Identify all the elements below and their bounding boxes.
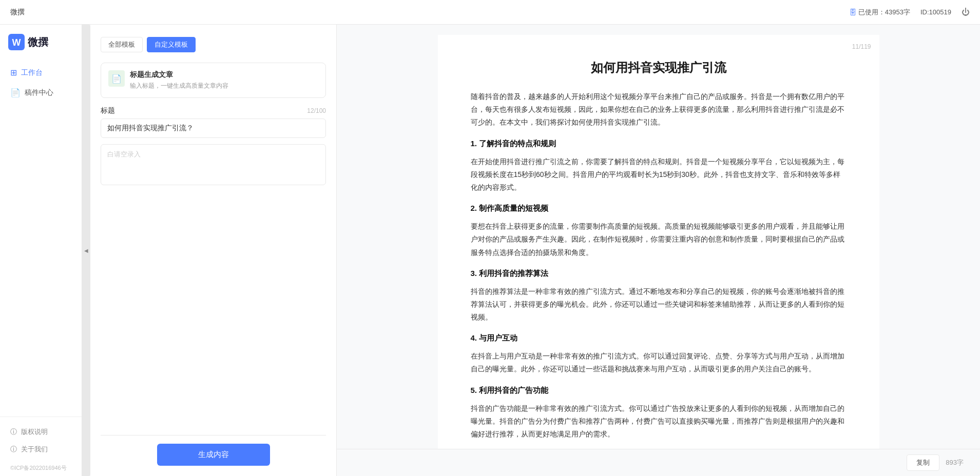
page-count: 11/119 (852, 43, 871, 50)
main-layout: W 微撰 ⊞ 工作台 📄 稿件中心 ⓘ 版权说明 (0, 25, 980, 476)
template-info: 标题生成文章 输入标题，一键生成高质量文章内容 (130, 70, 318, 90)
template-desc: 输入标题，一键生成高质量文章内容 (130, 82, 318, 90)
article-body: 随着抖音的普及，越来越多的人开始利用这个短视频分享平台来推广自己的产品或服务。抖… (471, 90, 847, 441)
sidebar-item-workbench[interactable]: ⊞ 工作台 (0, 63, 82, 83)
section-5-title: 5. 利用抖音的广告功能 (471, 383, 847, 397)
section-2-title: 2. 制作高质量的短视频 (471, 201, 847, 215)
tab-all-templates[interactable]: 全部模板 (101, 37, 143, 52)
form-divider (101, 435, 326, 435)
sidebar-bottom: ⓘ 版权说明 ⓘ 关于我们 (0, 417, 82, 462)
sidebar-item-about[interactable]: ⓘ 关于我们 (0, 441, 82, 458)
right-panel: 11/119 如何用抖音实现推广引流 随着抖音的普及，越来越多的人开始利用这个短… (337, 25, 980, 476)
copy-bar: 复制 893字 (337, 449, 980, 476)
sidebar-bottom-label: 版权说明 (21, 427, 48, 437)
topbar-usage: 🗄 已使用：43953字 (849, 8, 910, 17)
sidebar-nav: ⊞ 工作台 📄 稿件中心 (0, 58, 82, 103)
section-3-heading: 利用抖音的推荐算法 (479, 269, 548, 277)
section-1-content: 在开始使用抖音进行推广引流之前，你需要了解抖音的特点和规则。抖音是一个短视频分享… (471, 155, 847, 194)
content-area: 全部模板 自定义模板 📄 标题生成文章 输入标题，一键生成高质量文章内容 标题 … (90, 25, 980, 476)
topbar-title: 微撰 (10, 8, 25, 17)
title-input[interactable] (101, 118, 326, 138)
sidebar-bottom-label: 关于我们 (21, 445, 48, 454)
info-circle-icon: ⓘ (10, 427, 17, 437)
usage-text: 已使用：43953字 (858, 8, 910, 17)
form-title-label-row: 标题 12/100 (101, 106, 326, 115)
power-icon[interactable]: ⏻ (962, 8, 970, 17)
section-5-number: 5. (471, 386, 477, 394)
section-4-number: 4. (471, 333, 477, 342)
topbar: 微撰 🗄 已使用：43953字 ID:100519 ⏻ (0, 0, 980, 25)
section-3-content: 抖音的推荐算法是一种非常有效的推广引流方式。通过不断地发布和分享自己的短视频，你… (471, 285, 847, 324)
section-2-heading: 制作高质量的短视频 (479, 204, 548, 212)
section-5-heading: 利用抖音的广告功能 (479, 386, 548, 394)
document-icon: 📄 (111, 74, 122, 84)
database-icon: 🗄 (849, 8, 856, 16)
section-2-content: 要想在抖音上获得更多的流量，你需要制作高质量的短视频。高质量的短视频能够吸引更多… (471, 220, 847, 259)
left-panel: 全部模板 自定义模板 📄 标题生成文章 输入标题，一键生成高质量文章内容 标题 … (90, 25, 337, 476)
section-1-heading: 了解抖音的特点和规则 (479, 139, 556, 148)
word-count: 893字 (946, 458, 964, 467)
sidebar-item-copyright[interactable]: ⓘ 版权说明 (0, 423, 82, 441)
collapse-button[interactable]: ◀ (82, 25, 90, 476)
topbar-id: ID:100519 (920, 8, 951, 16)
sidebar-item-drafts[interactable]: 📄 稿件中心 (0, 83, 82, 103)
sidebar-icp: ©ICP备2022016946号 (0, 462, 82, 476)
circle-icon: ⓘ (10, 445, 17, 454)
form-title-label: 标题 (101, 106, 115, 115)
file-icon: 📄 (10, 88, 21, 97)
sidebar-logo: W 微撰 (0, 25, 82, 58)
template-card[interactable]: 📄 标题生成文章 输入标题，一键生成高质量文章内容 (101, 63, 326, 98)
logo-text: 微撰 (28, 35, 48, 49)
textarea-placeholder[interactable]: 白请空录入 (101, 144, 326, 185)
sidebar-item-label: 稿件中心 (25, 88, 53, 97)
section-3-title: 3. 利用抖音的推荐算法 (471, 266, 847, 280)
chevron-left-icon: ◀ (84, 248, 88, 253)
section-2-number: 2. (471, 204, 477, 212)
topbar-right: 🗄 已使用：43953字 ID:100519 ⏻ (849, 8, 970, 17)
sidebar-item-label: 工作台 (21, 68, 43, 77)
section-4-heading: 与用户互动 (479, 333, 517, 342)
section-1-number: 1. (471, 139, 477, 148)
section-4-content: 在抖音上与用户互动是一种非常有效的推广引流方式。你可以通过回复评论、点赞、分享等… (471, 350, 847, 375)
template-tabs: 全部模板 自定义模板 (101, 37, 326, 52)
generate-button[interactable]: 生成内容 (157, 444, 270, 466)
article-intro: 随着抖音的普及，越来越多的人开始利用这个短视频分享平台来推广自己的产品或服务。抖… (471, 90, 847, 129)
tab-custom-templates[interactable]: 自定义模板 (147, 37, 196, 52)
svg-text:W: W (12, 37, 21, 48)
grid-icon: ⊞ (10, 68, 17, 77)
template-name: 标题生成文章 (130, 70, 318, 80)
textarea-placeholder-text: 白请空录入 (107, 150, 141, 159)
copy-button[interactable]: 复制 (907, 454, 939, 471)
article-title: 如何用抖音实现推广引流 (471, 60, 847, 76)
form-title-count: 12/100 (307, 107, 326, 114)
section-5-content: 抖音的广告功能是一种非常有效的推广引流方式。你可以通过广告投放来让更多的人看到你… (471, 402, 847, 441)
article-container: 11/119 如何用抖音实现推广引流 随着抖音的普及，越来越多的人开始利用这个短… (438, 35, 879, 472)
logo-icon: W (8, 34, 25, 50)
sidebar: W 微撰 ⊞ 工作台 📄 稿件中心 ⓘ 版权说明 (0, 25, 82, 476)
section-4-title: 4. 与用户互动 (471, 331, 847, 345)
template-card-icon: 📄 (108, 70, 125, 87)
section-3-number: 3. (471, 269, 477, 277)
section-1-title: 1. 了解抖音的特点和规则 (471, 136, 847, 150)
